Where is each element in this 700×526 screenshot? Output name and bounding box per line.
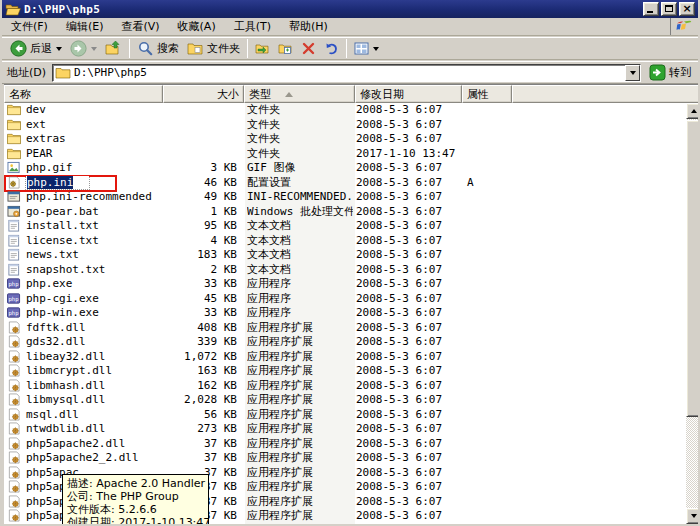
file-row[interactable]: libmcrypt.dll163 KB应用程序扩展2008-5-3 6:07 bbox=[4, 364, 684, 379]
file-row[interactable]: ntwdblib.dll273 KB应用程序扩展2008-5-3 6:07 bbox=[4, 422, 684, 437]
file-row[interactable]: go-pear.bat1 KBWindows 批处理文件2008-5-3 6:0… bbox=[4, 205, 684, 220]
file-row[interactable]: libmhash.dll162 KB应用程序扩展2008-5-3 6:07 bbox=[4, 379, 684, 394]
copy-to-button[interactable] bbox=[274, 38, 297, 59]
file-row[interactable]: PEAR文件夹2017-1-10 13:47 bbox=[4, 147, 684, 162]
file-row[interactable]: phpphp-cgi.exe45 KB应用程序2008-5-3 6:07 bbox=[4, 292, 684, 307]
file-type: GIF 图像 bbox=[247, 161, 353, 176]
file-name-cell[interactable]: ntwdblib.dll bbox=[6, 422, 162, 437]
file-name-cell[interactable]: extras bbox=[6, 132, 162, 147]
file-name-cell[interactable]: phpphp-cgi.exe bbox=[6, 292, 162, 307]
column-header-type[interactable]: 类型 bbox=[244, 85, 355, 103]
column-header-size[interactable]: 大小 bbox=[163, 85, 244, 103]
column-header-name[interactable]: 名称 bbox=[4, 85, 163, 103]
file-row[interactable]: msql.dll56 KB应用程序扩展2008-5-3 6:07 bbox=[4, 408, 684, 423]
file-row[interactable]: php5apache2.dll37 KB应用程序扩展2008-5-3 6:07 bbox=[4, 437, 684, 452]
file-row[interactable]: gds32.dll339 KB应用程序扩展2008-5-3 6:07 bbox=[4, 335, 684, 350]
file-name: libmysql.dll bbox=[26, 393, 105, 406]
file-name-cell[interactable]: php5apache2.dll bbox=[6, 437, 162, 452]
file-type: Windows 批处理文件 bbox=[247, 205, 353, 220]
file-date: 2008-5-3 6:07 bbox=[356, 132, 460, 147]
menu-file[interactable]: 文件(F) bbox=[2, 17, 57, 36]
file-name-cell[interactable]: php.ini-recommended bbox=[6, 190, 162, 205]
file-row[interactable]: snapshot.txt2 KB文本文档2008-5-3 6:07 bbox=[4, 263, 684, 278]
forward-dropdown-icon[interactable] bbox=[91, 47, 97, 51]
scroll-up-button[interactable] bbox=[686, 103, 700, 119]
file-name-cell[interactable]: libmysql.dll bbox=[6, 393, 162, 408]
file-name-cell[interactable]: php.ini bbox=[6, 176, 162, 191]
file-name-cell[interactable]: dev bbox=[6, 103, 162, 118]
file-row[interactable]: license.txt4 KB文本文档2008-5-3 6:07 bbox=[4, 234, 684, 249]
menu-tools[interactable]: 工具(T) bbox=[225, 17, 280, 36]
file-row[interactable]: ext文件夹2008-5-3 6:07 bbox=[4, 118, 684, 133]
file-date: 2008-5-3 6:07 bbox=[356, 408, 460, 423]
file-name-cell[interactable]: msql.dll bbox=[6, 408, 162, 423]
scrollbar-thumb[interactable] bbox=[686, 120, 700, 417]
back-dropdown-icon[interactable] bbox=[56, 47, 62, 51]
file-name-cell[interactable]: snapshot.txt bbox=[6, 263, 162, 278]
folders-button[interactable]: 文件夹 bbox=[183, 38, 244, 59]
file-row[interactable]: php5apache2_2.dll37 KB应用程序扩展2008-5-3 6:0… bbox=[4, 451, 684, 466]
file-row[interactable]: install.txt95 KB文本文档2008-5-3 6:07 bbox=[4, 219, 684, 234]
file-name-cell[interactable]: phpphp.exe bbox=[6, 277, 162, 292]
file-name-cell[interactable]: php5apache2_2.dll bbox=[6, 451, 162, 466]
file-date: 2008-5-3 6:07 bbox=[356, 263, 460, 278]
file-row[interactable]: libmysql.dll2,028 KB应用程序扩展2008-5-3 6:07 bbox=[4, 393, 684, 408]
file-row[interactable]: phpphp.exe33 KB应用程序2008-5-3 6:07 bbox=[4, 277, 684, 292]
back-button[interactable]: 后退 bbox=[6, 38, 66, 59]
file-date: 2008-5-3 6:07 bbox=[356, 364, 460, 379]
file-row[interactable]: libeay32.dll1,072 KB应用程序扩展2008-5-3 6:07 bbox=[4, 350, 684, 365]
views-button[interactable] bbox=[350, 38, 383, 59]
file-name-cell[interactable]: libmcrypt.dll bbox=[6, 364, 162, 379]
file-name-cell[interactable]: libeay32.dll bbox=[6, 350, 162, 365]
vertical-scrollbar[interactable] bbox=[686, 103, 700, 524]
file-name-cell[interactable]: ext bbox=[6, 118, 162, 133]
file-row[interactable]: news.txt183 KB文本文档2008-5-3 6:07 bbox=[4, 248, 684, 263]
menu-favorites[interactable]: 收藏(A) bbox=[169, 17, 225, 36]
file-attr bbox=[462, 480, 506, 495]
scroll-down-button[interactable] bbox=[686, 508, 700, 524]
menu-view[interactable]: 查看(V) bbox=[112, 17, 168, 36]
minimize-button[interactable] bbox=[643, 2, 659, 16]
notepad-icon bbox=[6, 263, 22, 277]
menu-edit[interactable]: 编辑(E) bbox=[57, 17, 113, 36]
views-dropdown-icon[interactable] bbox=[373, 47, 379, 51]
undo-button[interactable] bbox=[320, 38, 343, 59]
file-name-cell[interactable]: phpphp-win.exe bbox=[6, 306, 162, 321]
file-row[interactable]: phpphp-win.exe33 KB应用程序2008-5-3 6:07 bbox=[4, 306, 684, 321]
file-name-cell[interactable]: install.txt bbox=[6, 219, 162, 234]
file-name-cell[interactable]: news.txt bbox=[6, 248, 162, 263]
toolbar-separator bbox=[247, 39, 248, 58]
file-name-cell[interactable]: go-pear.bat bbox=[6, 205, 162, 220]
file-row[interactable]: extras文件夹2008-5-3 6:07 bbox=[4, 132, 684, 147]
maximize-button[interactable] bbox=[661, 2, 677, 16]
file-row[interactable]: dev文件夹2008-5-3 6:07 bbox=[4, 103, 684, 118]
file-name: gds32.dll bbox=[26, 335, 86, 348]
file-row[interactable]: php.ini46 KB配置设置2008-5-3 6:07A bbox=[4, 176, 684, 191]
column-header-date[interactable]: 修改日期 bbox=[355, 85, 462, 103]
file-name-cell[interactable]: php.gif bbox=[6, 161, 162, 176]
file-name-cell[interactable]: gds32.dll bbox=[6, 335, 162, 350]
forward-button[interactable] bbox=[66, 38, 101, 59]
file-name-cell[interactable]: PEAR bbox=[6, 147, 162, 162]
delete-button[interactable] bbox=[297, 38, 320, 59]
file-row[interactable]: php.gif3 KBGIF 图像2008-5-3 6:07 bbox=[4, 161, 684, 176]
address-dropdown-button[interactable] bbox=[625, 65, 640, 81]
file-name-cell[interactable]: libmhash.dll bbox=[6, 379, 162, 394]
file-row[interactable]: fdftk.dll408 KB应用程序扩展2008-5-3 6:07 bbox=[4, 321, 684, 336]
dllgear-icon bbox=[6, 437, 22, 451]
title-bar[interactable]: D:\PHP\php5 × bbox=[2, 0, 698, 18]
file-name-cell[interactable]: fdftk.dll bbox=[6, 321, 162, 336]
folder-icon bbox=[6, 103, 22, 117]
search-button[interactable]: 搜索 bbox=[133, 38, 183, 59]
file-row[interactable]: php.ini-recommended49 KBINI-RECOMMENDED.… bbox=[4, 190, 684, 205]
address-input[interactable]: D:\PHP\php5 bbox=[52, 64, 641, 82]
move-to-button[interactable] bbox=[251, 38, 274, 59]
go-button[interactable]: 转到 bbox=[645, 63, 695, 83]
up-button[interactable] bbox=[101, 38, 126, 59]
windows-logo-icon bbox=[670, 18, 696, 35]
column-header-attr[interactable]: 属性 bbox=[462, 85, 512, 103]
file-name-cell[interactable]: license.txt bbox=[6, 234, 162, 249]
menu-help[interactable]: 帮助(H) bbox=[280, 17, 337, 36]
rename-edit-box[interactable]: php.ini bbox=[26, 176, 89, 189]
close-button[interactable]: × bbox=[679, 2, 695, 16]
